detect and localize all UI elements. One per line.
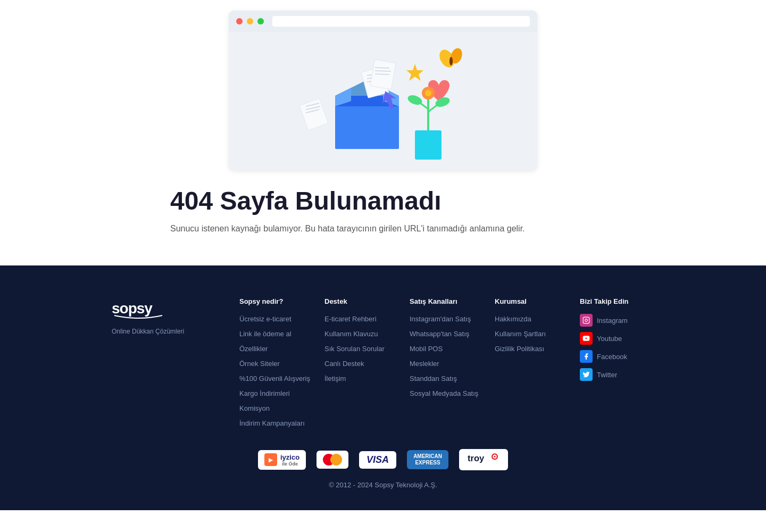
list-item: Kargo İndirimleri — [239, 388, 314, 398]
footer-col-sopsy: Sopsy nedir? Ücretsiz e-ticaret Link ile… — [239, 297, 314, 433]
list-item: %100 Güvenli Alışveriş — [239, 373, 314, 383]
footer-inner: sopsy Online Dükkan Çözümleri Sopsy nedi… — [90, 297, 676, 433]
list-item: Komisyon — [239, 403, 314, 413]
svg-text:troy: troy — [468, 453, 485, 463]
list-item: E-ticaret Rehberi — [324, 314, 399, 323]
footer-link-komisyon[interactable]: Komisyon — [239, 404, 270, 412]
svg-line-12 — [375, 74, 389, 74]
browser-dot-red[interactable] — [236, 18, 243, 24]
social-item-twitter[interactable]: Twitter — [580, 368, 654, 381]
footer-link-indirim[interactable]: İndirim Kampanyaları — [239, 419, 305, 427]
list-item: Örnek Siteler — [239, 359, 314, 368]
sopsy-logo-svg: sopsy — [112, 297, 165, 319]
footer-link-link-ile[interactable]: Link ile ödeme al — [239, 330, 292, 338]
footer-link-gizlilik[interactable]: Gizlilik Politikası — [495, 345, 544, 353]
twitter-icon — [580, 368, 593, 381]
list-item: Whatsapp'tan Satış — [410, 329, 484, 338]
footer-col-satis-title: Satış Kanalları — [410, 297, 484, 305]
footer-link-whatsapp-satis[interactable]: Whatsapp'tan Satış — [410, 330, 469, 338]
list-item: Ücretsiz e-ticaret — [239, 314, 314, 323]
footer-columns: Sopsy nedir? Ücretsiz e-ticaret Link ile… — [239, 297, 654, 433]
svg-point-37 — [494, 456, 496, 458]
footer-col-kurumsal: Kurumsal Hakkımızda Kullanım Şartları Gi… — [495, 297, 569, 433]
footer-link-sosyal-medya[interactable]: Sosyal Medyada Satış — [410, 389, 478, 397]
footer-col-kurumsal-title: Kurumsal — [495, 297, 569, 305]
footer-link-kargo[interactable]: Kargo İndirimleri — [239, 389, 290, 397]
footer-tagline: Online Dükkan Çözümleri — [112, 328, 218, 335]
footer-link-standdan[interactable]: Standdan Satış — [410, 375, 457, 383]
list-item: Meslekler — [410, 359, 484, 368]
footer-link-iletisim[interactable]: İletişim — [324, 375, 346, 383]
svg-line-11 — [375, 71, 391, 71]
footer-col-destek-links: E-ticaret Rehberi Kullanım Klavuzu Sık S… — [324, 314, 399, 383]
list-item: Hakkımızda — [495, 314, 569, 323]
list-item: Mobil POS — [410, 344, 484, 353]
footer-link-sss[interactable]: Sık Sorulan Sorular — [324, 345, 385, 353]
social-label-twitter: Twitter — [597, 371, 617, 379]
svg-point-27 — [406, 94, 423, 107]
list-item: Instagram'dan Satış — [410, 314, 484, 323]
list-item: Kullanım Şartları — [495, 329, 569, 338]
footer-link-guvenli[interactable]: %100 Güvenli Alışveriş — [239, 375, 310, 383]
list-item: İndirim Kampanyaları — [239, 418, 314, 428]
browser-bar — [229, 11, 537, 32]
footer-link-kullanim-sartlari[interactable]: Kullanım Şartları — [495, 330, 546, 338]
browser-mockup — [229, 11, 537, 170]
footer-link-ozellikler[interactable]: Özellikler — [239, 345, 268, 353]
list-item: Kullanım Klavuzu — [324, 329, 399, 338]
svg-rect-13 — [299, 98, 329, 131]
social-item-youtube[interactable]: Youtube — [580, 332, 654, 345]
youtube-icon — [580, 332, 593, 345]
social-label-instagram: Instagram — [597, 317, 628, 325]
instagram-icon — [580, 314, 593, 327]
amex-payment-badge: AMERICANEXPRESS — [407, 450, 448, 469]
payment-logos: ▶ iyzico ile Öde VISA AMERICANEXPRESS — [112, 449, 654, 470]
svg-point-21 — [449, 57, 453, 65]
iyzico-payment-badge: ▶ iyzico ile Öde — [258, 450, 306, 470]
footer-col-sopsy-links: Ücretsiz e-ticaret Link ile ödeme al Öze… — [239, 314, 314, 428]
footer-link-ornek[interactable]: Örnek Siteler — [239, 360, 280, 368]
facebook-icon — [580, 350, 593, 363]
svg-rect-22 — [415, 130, 442, 160]
browser-content — [229, 32, 537, 170]
list-item: Sık Sorulan Sorular — [324, 344, 399, 353]
footer-col-sopsy-title: Sopsy nedir? — [239, 297, 314, 305]
footer-logo: sopsy — [112, 297, 218, 322]
browser-url-bar — [272, 16, 530, 27]
footer-col-social: Bizi Takip Edin Instagram Youtube — [580, 297, 654, 433]
footer-link-mobil-pos[interactable]: Mobil POS — [410, 345, 443, 353]
browser-dot-green[interactable] — [257, 18, 264, 24]
error-illustration — [271, 37, 495, 165]
list-item: Gizlilik Politikası — [495, 344, 569, 353]
footer-brand: sopsy Online Dükkan Çözümleri — [112, 297, 218, 433]
svg-marker-18 — [406, 64, 423, 81]
list-item: Özellikler — [239, 344, 314, 353]
visa-payment-badge: VISA — [359, 451, 396, 469]
error-description: Sunucu istenen kaynağı bulamıyor. Bu hat… — [170, 224, 596, 234]
footer-link-meslekler[interactable]: Meslekler — [410, 360, 439, 368]
footer-social-title: Bizi Takip Edin — [580, 297, 654, 305]
browser-dot-yellow[interactable] — [247, 18, 253, 24]
footer-col-destek: Destek E-ticaret Rehberi Kullanım Klavuz… — [324, 297, 399, 433]
iyzico-icon: ▶ — [264, 453, 277, 466]
footer-col-destek-title: Destek — [324, 297, 399, 305]
iyzico-label: iyzico ile Öde — [280, 453, 299, 467]
footer-link-ucretsiz[interactable]: Ücretsiz e-ticaret — [239, 315, 292, 323]
social-label-facebook: Facebook — [597, 353, 627, 361]
svg-text:sopsy: sopsy — [112, 300, 153, 317]
social-item-facebook[interactable]: Facebook — [580, 350, 654, 363]
footer-col-satis-links: Instagram'dan Satış Whatsapp'tan Satış M… — [410, 314, 484, 398]
error-title: 404 Sayfa Bulunamadı — [170, 186, 596, 215]
footer-link-kullanim-kl[interactable]: Kullanım Klavuzu — [324, 330, 378, 338]
list-item: Sosyal Medyada Satış — [410, 388, 484, 398]
list-item: Canlı Destek — [324, 359, 399, 368]
footer-link-eticaret-rehberi[interactable]: E-ticaret Rehberi — [324, 315, 377, 323]
list-item: Link ile ödeme al — [239, 329, 314, 338]
footer-bottom: ▶ iyzico ile Öde VISA AMERICANEXPRESS — [90, 433, 676, 494]
list-item: Standdan Satış — [410, 373, 484, 383]
social-item-instagram[interactable]: Instagram — [580, 314, 654, 327]
footer-link-hakkimizda[interactable]: Hakkımızda — [495, 315, 531, 323]
footer-link-instagram-satis[interactable]: Instagram'dan Satış — [410, 315, 471, 323]
footer: sopsy Online Dükkan Çözümleri Sopsy nedi… — [0, 265, 766, 510]
footer-link-canli-destek[interactable]: Canlı Destek — [324, 360, 364, 368]
